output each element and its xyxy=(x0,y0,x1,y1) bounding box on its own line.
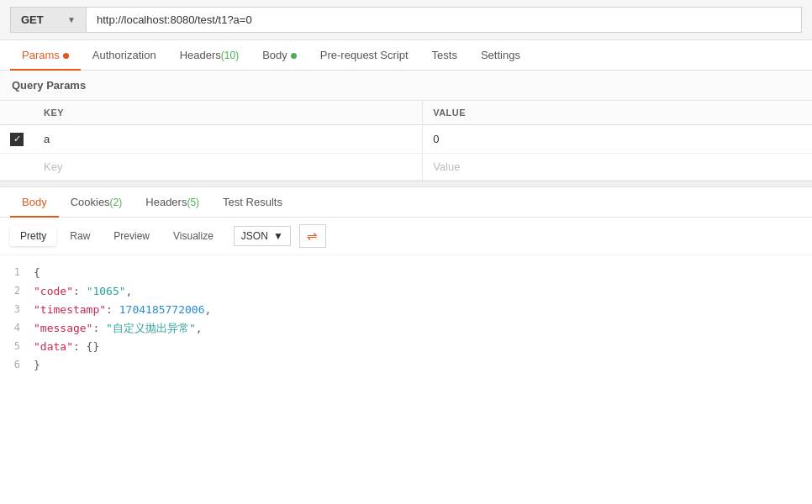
format-btn-pretty[interactable]: Pretty xyxy=(10,226,56,246)
col-check xyxy=(0,101,34,125)
method-chevron: ▼ xyxy=(67,15,76,24)
col-key: KEY xyxy=(34,101,423,125)
method-label: GET xyxy=(21,13,44,26)
row-checkbox[interactable]: ✓ xyxy=(10,133,24,146)
line-content: "code": "1065", xyxy=(34,282,132,301)
empty-value-cell[interactable]: Value xyxy=(423,153,812,180)
row-checkbox-cell: ✓ xyxy=(0,125,34,154)
punc-token: : xyxy=(106,303,119,316)
tab-body[interactable]: Body xyxy=(250,40,308,70)
tab-params[interactable]: Params xyxy=(10,40,81,70)
json-format-label: JSON xyxy=(241,230,268,242)
punc-token: , xyxy=(126,285,133,297)
tab-settings[interactable]: Settings xyxy=(469,40,532,70)
empty-row: Key Value xyxy=(0,153,812,180)
line-content: "timestamp": 1704185772006, xyxy=(34,301,211,319)
str-key-token: "timestamp" xyxy=(34,303,106,316)
line-number: 1 xyxy=(0,264,34,281)
code-line: 6} xyxy=(0,356,812,375)
col-value: VALUE xyxy=(423,101,812,125)
code-area: 1{2 "code": "1065",3 "timestamp": 170418… xyxy=(0,255,812,384)
line-number: 2 xyxy=(0,282,34,299)
punc-token: : {} xyxy=(73,340,99,353)
row-key: a xyxy=(44,133,50,145)
tab-prerequest[interactable]: Pre-request Script xyxy=(308,40,420,70)
line-number: 3 xyxy=(0,301,34,318)
line-content: { xyxy=(34,264,40,282)
headers-badge: (10) xyxy=(221,50,239,61)
tab-headers[interactable]: Headers(10) xyxy=(168,40,250,70)
format-btn-raw[interactable]: Raw xyxy=(60,226,100,246)
response-tab-cookies[interactable]: Cookies(2) xyxy=(59,187,134,217)
punc-token: { xyxy=(34,266,40,279)
punc-token: : xyxy=(73,285,87,297)
format-bar: Pretty Raw Preview Visualize JSON ▼ ⇌ xyxy=(0,218,812,255)
format-btn-preview[interactable]: Preview xyxy=(103,226,160,246)
body-dot xyxy=(291,53,297,59)
response-tab-headers[interactable]: Headers(5) xyxy=(134,187,211,217)
response-tab-body[interactable]: Body xyxy=(10,187,59,217)
punc-token: } xyxy=(34,359,40,371)
str-key-token: "data" xyxy=(34,340,73,353)
code-line: 1{ xyxy=(0,264,812,282)
tab-authorization[interactable]: Authorization xyxy=(81,40,168,70)
code-line: 4 "message": "自定义抛出异常", xyxy=(0,319,812,338)
table-row: ✓ a 0 xyxy=(0,125,812,154)
line-content: } xyxy=(34,356,40,375)
json-format-chevron: ▼ xyxy=(273,230,283,242)
request-tabs-bar: Params Authorization Headers(10) Body Pr… xyxy=(0,40,812,71)
params-table: KEY VALUE ✓ a 0 Key Value xyxy=(0,101,812,181)
punc-token: , xyxy=(196,322,203,334)
resp-headers-badge: (5) xyxy=(187,197,199,208)
wrap-button[interactable]: ⇌ xyxy=(299,224,326,248)
params-dot xyxy=(63,53,69,59)
section-separator xyxy=(0,181,812,187)
empty-key-cell[interactable]: Key xyxy=(34,153,423,180)
empty-value-placeholder: Value xyxy=(433,160,460,173)
punc-token: , xyxy=(205,303,212,316)
str-val-token: "自定义抛出异常" xyxy=(106,322,196,334)
cookies-badge: (2) xyxy=(110,197,123,208)
num-val-token: 1704185772006 xyxy=(119,303,205,316)
str-key-token: "message" xyxy=(34,322,92,334)
line-number: 5 xyxy=(0,338,34,354)
code-line: 5 "data": {} xyxy=(0,338,812,356)
row-key-cell: a xyxy=(34,125,423,154)
json-format-select[interactable]: JSON ▼ xyxy=(234,226,291,246)
url-bar: GET ▼ xyxy=(0,0,812,40)
response-tab-testresults[interactable]: Test Results xyxy=(211,187,294,217)
response-tabs-bar: Body Cookies(2) Headers(5) Test Results xyxy=(0,187,812,218)
tab-tests[interactable]: Tests xyxy=(420,40,469,70)
row-value-cell: 0 xyxy=(423,125,812,154)
punc-token: : xyxy=(92,322,106,334)
query-params-header: Query Params xyxy=(0,71,812,101)
wrap-icon: ⇌ xyxy=(307,228,318,244)
line-content: "message": "自定义抛出异常", xyxy=(34,319,203,338)
format-btn-visualize[interactable]: Visualize xyxy=(163,226,224,246)
empty-check-cell xyxy=(0,153,34,180)
str-val-token: "1065" xyxy=(87,285,126,297)
url-input[interactable] xyxy=(86,7,802,33)
row-value: 0 xyxy=(433,133,439,145)
method-select[interactable]: GET ▼ xyxy=(10,7,86,33)
empty-key-placeholder: Key xyxy=(44,160,62,173)
line-content: "data": {} xyxy=(34,338,99,356)
line-number: 4 xyxy=(0,319,34,336)
code-line: 2 "code": "1065", xyxy=(0,282,812,301)
str-key-token: "code" xyxy=(34,285,73,297)
code-line: 3 "timestamp": 1704185772006, xyxy=(0,301,812,319)
line-number: 6 xyxy=(0,356,34,373)
